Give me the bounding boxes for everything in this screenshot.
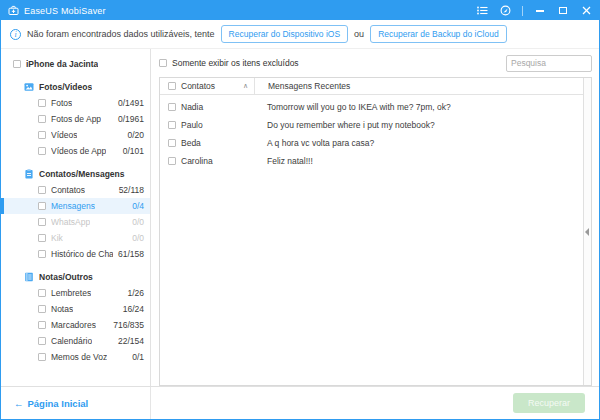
recover-ios-device-button[interactable]: Recuperar do Dispositivo iOS [221, 25, 349, 43]
item-count: 61/158 [118, 249, 144, 259]
notas-checkbox[interactable] [38, 305, 46, 313]
table-row-carolina[interactable]: Carolina Feliz natal!!! [160, 152, 591, 170]
item-count: 0/1 [132, 352, 144, 362]
select-all-checkbox[interactable] [168, 82, 176, 90]
whatsapp-checkbox[interactable] [38, 218, 46, 226]
close-icon[interactable] [580, 5, 592, 17]
globe-icon[interactable] [499, 5, 511, 17]
sidebar-item-videos[interactable]: Vídeos 0/20 [1, 127, 150, 143]
device-checkbox[interactable] [13, 60, 21, 68]
sidebar-item-lembretes[interactable]: Lembretes 1/26 [1, 285, 150, 301]
videos-de-app-checkbox[interactable] [38, 147, 46, 155]
recent-messages-column-header[interactable]: Mensagens Recentes [254, 78, 591, 94]
recover-icloud-backup-button[interactable]: Recuperar de Backup do iCloud [370, 25, 507, 43]
videos-checkbox[interactable] [38, 131, 46, 139]
marcadores-checkbox[interactable] [38, 321, 46, 329]
item-label: Fotos de App [51, 114, 101, 124]
sidebar: iPhone da Jacinta Fotos/Videos Fotos 0/1… [1, 49, 151, 386]
show-deleted-only-checkbox[interactable] [159, 59, 167, 67]
contacts-icon [24, 169, 34, 179]
filter-label-text: Somente exibir os itens excluídos [172, 58, 299, 68]
contact-name: Paulo [181, 120, 203, 130]
menu-icon[interactable] [476, 5, 488, 17]
contact-name: Carolina [181, 156, 213, 166]
message-text: A q hora vc volta para casa? [254, 138, 591, 148]
item-label: Vídeos [51, 130, 77, 140]
item-label: Notas [51, 304, 73, 314]
table-row-nadia[interactable]: Nadia Tomorrow will you go to IKEA with … [160, 98, 591, 116]
sidebar-item-whatsapp[interactable]: WhatsApp 0/0 [1, 214, 150, 230]
item-count: 0/0 [132, 217, 144, 227]
row-checkbox[interactable] [168, 157, 176, 165]
sidebar-item-historico-de-chamadas[interactable]: Histórico de Chamadas 61/158 [1, 246, 150, 262]
footer-right: Recuperar [151, 387, 599, 419]
calendario-checkbox[interactable] [38, 337, 46, 345]
sidebar-section-fotos-videos[interactable]: Fotos/Videos [1, 79, 150, 95]
recover-button[interactable]: Recuperar [513, 393, 585, 413]
sort-asc-icon[interactable]: ∧ [243, 82, 248, 90]
sidebar-item-fotos[interactable]: Fotos 0/1491 [1, 95, 150, 111]
row-checkbox[interactable] [168, 121, 176, 129]
item-count: 1/26 [127, 288, 144, 298]
item-label: Lembretes [51, 288, 91, 298]
column-label-messages: Mensagens Recentes [268, 81, 350, 91]
item-count: 0/1961 [118, 114, 144, 124]
kik-checkbox[interactable] [38, 234, 46, 242]
item-label: Contatos [51, 185, 85, 195]
sidebar-item-device[interactable]: iPhone da Jacinta [1, 56, 150, 72]
sidebar-item-kik[interactable]: Kik 0/0 [1, 230, 150, 246]
sidebar-item-calendario[interactable]: Calendário 22/154 [1, 333, 150, 349]
message-text: Do you remember where i put my notebook? [254, 120, 591, 130]
message-text: Feliz natal!!! [254, 156, 591, 166]
item-label: WhatsApp [51, 217, 90, 227]
sidebar-section-notas-outros[interactable]: Notas/Outros [1, 269, 150, 285]
contatos-checkbox[interactable] [38, 186, 46, 194]
filter-row: Somente exibir os itens excluídos [151, 49, 599, 77]
row-checkbox[interactable] [168, 103, 176, 111]
item-count: 0/101 [123, 146, 144, 156]
contact-name: Beda [181, 138, 201, 148]
mensagens-checkbox[interactable] [38, 202, 46, 210]
section-label: Contatos/Mensagens [39, 169, 125, 179]
row-checkbox[interactable] [168, 139, 176, 147]
table-row-paulo[interactable]: Paulo Do you remember where i put my not… [160, 116, 591, 134]
sidebar-item-videos-de-app[interactable]: Vídeos de App 0/101 [1, 143, 150, 159]
sidebar-section-contatos-mensagens[interactable]: Contatos/Mensagens [1, 166, 150, 182]
sidebar-item-mensagens[interactable]: Mensagens 0/4 [1, 198, 150, 214]
body: iPhone da Jacinta Fotos/Videos Fotos 0/1… [1, 49, 599, 386]
show-deleted-only-toggle[interactable]: Somente exibir os itens excluídos [159, 58, 299, 68]
sidebar-item-contatos[interactable]: Contatos 52/118 [1, 182, 150, 198]
memos-de-voz-checkbox[interactable] [38, 353, 46, 361]
home-link[interactable]: ← Página Inicial [14, 398, 88, 409]
titlebar-controls [476, 5, 592, 17]
item-label: Marcadores [51, 320, 96, 330]
collapse-left-arrow-icon [585, 228, 589, 236]
column-label-contacts: Contatos [181, 81, 215, 91]
app-window: EaseUS MobiSaver [0, 0, 600, 420]
preview-pane-splitter[interactable] [583, 78, 591, 385]
sidebar-item-fotos-de-app[interactable]: Fotos de App 0/1961 [1, 111, 150, 127]
historico-checkbox[interactable] [38, 250, 46, 258]
table-row-beda[interactable]: Beda A q hora vc volta para casa? [160, 134, 591, 152]
fotos-de-app-checkbox[interactable] [38, 115, 46, 123]
titlebar-separator [522, 6, 523, 16]
sidebar-item-marcadores[interactable]: Marcadores 716/835 [1, 317, 150, 333]
lembretes-checkbox[interactable] [38, 289, 46, 297]
titlebar: EaseUS MobiSaver [1, 1, 599, 20]
maximize-icon[interactable] [557, 5, 569, 17]
minimize-icon[interactable] [534, 5, 546, 17]
search-input[interactable] [506, 55, 592, 72]
contact-name: Nadia [181, 102, 203, 112]
fotos-checkbox[interactable] [38, 99, 46, 107]
main-panel: Somente exibir os itens excluídos Contat… [151, 49, 599, 386]
footer-bar: ← Página Inicial Recuperar [1, 386, 599, 419]
contacts-column-header[interactable]: Contatos ∧ [160, 78, 254, 94]
home-link-label: Página Inicial [28, 398, 89, 409]
sidebar-item-memos-de-voz[interactable]: Memos de Voz 0/1 [1, 349, 150, 365]
item-label: Mensagens [51, 201, 95, 211]
back-arrow-icon: ← [14, 398, 24, 409]
item-count: 22/154 [118, 336, 144, 346]
sidebar-item-notas[interactable]: Notas 16/24 [1, 301, 150, 317]
item-count: 0/4 [132, 201, 144, 211]
item-count: 52/118 [119, 185, 144, 195]
